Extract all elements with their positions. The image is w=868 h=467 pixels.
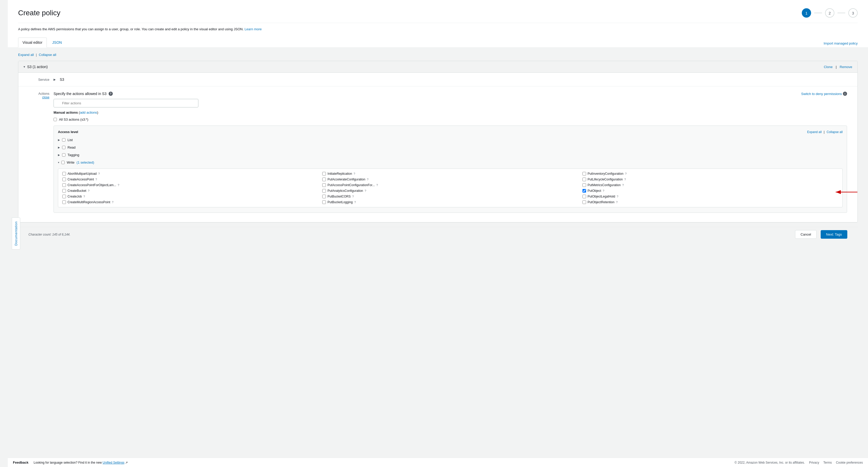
- checkbox-CreateAccessPointForObjectLam[interactable]: [62, 183, 66, 187]
- feedback-label[interactable]: Feedback: [13, 461, 28, 464]
- access-collapse-all[interactable]: Collapse all: [827, 130, 843, 134]
- manual-actions-row: Manual actions (add actions): [54, 111, 847, 114]
- help-CreateAccessPointForObjectLam-icon[interactable]: ?: [118, 183, 119, 187]
- help-PutMetricsConfiguration-icon[interactable]: ?: [622, 183, 624, 187]
- checkbox-PutAccessPointConfigurationFor[interactable]: [322, 183, 326, 187]
- checkbox-PutObjectLegalHold[interactable]: [583, 195, 586, 198]
- bottom-bar-right: © 2022, Amazon Web Services, Inc. or its…: [735, 461, 863, 464]
- chevron-down-icon[interactable]: ▾: [24, 65, 25, 68]
- action-PutBucketLogging: PutBucketLogging ?: [322, 200, 578, 204]
- help-AbortMultipartUpload-icon[interactable]: ?: [98, 172, 100, 175]
- remove-link[interactable]: Remove: [840, 65, 852, 69]
- help-PutAnalyticsConfiguration-icon[interactable]: ?: [365, 189, 366, 192]
- switch-deny-info-icon[interactable]: i: [843, 92, 847, 96]
- learn-more-link[interactable]: Learn more: [244, 27, 261, 31]
- service-row: Service ▶ S3: [18, 73, 858, 86]
- next-tags-button[interactable]: Next: Tags: [821, 230, 847, 239]
- write-checkbox[interactable]: [61, 161, 65, 164]
- access-item-tagging: ▶ Tagging: [58, 152, 843, 158]
- access-expand-all[interactable]: Expand all: [807, 130, 822, 134]
- service-expand-icon[interactable]: ▶: [54, 78, 56, 81]
- checkbox-PutBucketLogging[interactable]: [322, 200, 326, 204]
- checkbox-CreateMultiRegionAccessPoint[interactable]: [62, 200, 66, 204]
- write-chevron-icon[interactable]: ▾: [58, 161, 59, 164]
- checkbox-AbortMultipartUpload[interactable]: [62, 172, 66, 176]
- policy-block-actions: Clone | Remove: [824, 65, 852, 69]
- access-level-items: ▶ List ▶ Read: [58, 137, 843, 208]
- tab-json[interactable]: JSON: [48, 37, 66, 47]
- checkbox-CreateJob[interactable]: [62, 195, 66, 198]
- list-checkbox[interactable]: [62, 138, 65, 142]
- documentation-tab[interactable]: Documentation: [12, 217, 20, 250]
- checkbox-PutObject[interactable]: [583, 189, 586, 193]
- access-level-expand-row: Expand all | Collapse all: [807, 130, 843, 134]
- switch-deny-permissions[interactable]: Switch to deny permissions i: [801, 92, 847, 96]
- collapse-all-link[interactable]: Collapse all: [39, 53, 56, 57]
- cancel-button[interactable]: Cancel: [795, 230, 816, 239]
- checkbox-CreateAccessPoint[interactable]: [62, 178, 66, 181]
- import-managed-policy-link[interactable]: Import managed policy: [824, 41, 858, 45]
- content-area: Expand all | Collapse all ▾ S3 (1 action…: [8, 48, 868, 458]
- help-CreateJob-icon[interactable]: ?: [83, 195, 85, 198]
- terms-link[interactable]: Terms: [823, 461, 832, 464]
- help-PutObject-icon[interactable]: ?: [602, 189, 604, 192]
- checkbox-PutAnalyticsConfiguration[interactable]: [322, 189, 326, 193]
- checkbox-InitiateReplication[interactable]: [322, 172, 326, 176]
- read-checkbox[interactable]: [62, 146, 65, 149]
- page-title: Create policy: [18, 9, 60, 17]
- action-InitiateReplication: InitiateReplication ?: [322, 172, 578, 176]
- action-PutLifecycleConfiguration: PutLifecycleConfiguration ?: [583, 178, 838, 181]
- checkbox-PutMetricsConfiguration[interactable]: [583, 183, 586, 187]
- help-CreateMultiRegionAccessPoint-icon[interactable]: ?: [112, 201, 113, 204]
- help-InitiateReplication-icon[interactable]: ?: [353, 172, 355, 175]
- checkbox-PutLifecycleConfiguration[interactable]: [583, 178, 586, 181]
- privacy-link[interactable]: Privacy: [809, 461, 819, 464]
- bottom-bar-left: Feedback Looking for language selection?…: [13, 461, 128, 464]
- action-PutObjectRetention: PutObjectRetention ?: [583, 200, 838, 204]
- expand-all-link[interactable]: Expand all: [18, 53, 34, 57]
- filter-input-wrapper: 🔍: [54, 99, 198, 108]
- write-selected-count: (1 selected): [76, 160, 94, 165]
- copyright-text: © 2022, Amazon Web Services, Inc. or its…: [735, 461, 805, 464]
- help-PutInventoryConfiguration-icon[interactable]: ?: [625, 172, 626, 175]
- checkbox-PutBucketCORS[interactable]: [322, 195, 326, 198]
- footer-actions: Cancel Next: Tags: [795, 230, 847, 239]
- list-chevron-icon[interactable]: ▶: [58, 139, 60, 141]
- cookie-preferences-link[interactable]: Cookie preferences: [836, 461, 863, 464]
- checkbox-PutObjectRetention[interactable]: [583, 200, 586, 204]
- all-s3-checkbox[interactable]: [54, 118, 57, 121]
- help-PutObjectRetention-icon[interactable]: ?: [616, 201, 618, 204]
- help-CreateBucket-icon[interactable]: ?: [88, 189, 90, 192]
- list-label: List: [67, 138, 73, 142]
- unified-settings-link[interactable]: Unified Settings: [103, 461, 124, 464]
- tab-visual-editor[interactable]: Visual editor: [18, 37, 47, 48]
- read-chevron-icon[interactable]: ▶: [58, 146, 60, 149]
- action-PutMetricsConfiguration: PutMetricsConfiguration ?: [583, 183, 838, 187]
- policy-block-s3: ▾ S3 (1 action) Clone | Remove Service ▶…: [18, 61, 858, 223]
- checkbox-PutAccelerateConfiguration[interactable]: [322, 178, 326, 181]
- access-level-header: Access level Expand all | Collapse all: [58, 130, 843, 134]
- actions-close-link[interactable]: close: [29, 95, 50, 99]
- checkbox-CreateBucket[interactable]: [62, 189, 66, 193]
- access-level-title: Access level: [58, 130, 78, 134]
- help-PutLifecycleConfiguration-icon[interactable]: ?: [624, 178, 626, 181]
- action-CreateAccessPointForObjectLam: CreateAccessPointForObjectLam... ?: [62, 183, 318, 187]
- tagging-checkbox[interactable]: [62, 153, 65, 156]
- clone-link[interactable]: Clone: [824, 65, 833, 69]
- actions-help-icon[interactable]: ?: [108, 92, 113, 96]
- help-PutAccessPointConfigurationFor-icon[interactable]: ?: [376, 183, 378, 187]
- service-value: S3: [60, 78, 64, 82]
- step-2: 2: [825, 8, 834, 18]
- step-line-2: [837, 13, 845, 13]
- help-CreateAccessPoint-icon[interactable]: ?: [95, 178, 97, 181]
- add-actions-link[interactable]: add actions: [80, 111, 97, 114]
- help-PutObjectLegalHold-icon[interactable]: ?: [617, 195, 618, 198]
- help-PutBucketCORS-icon[interactable]: ?: [352, 195, 354, 198]
- filter-actions-input[interactable]: [54, 99, 198, 108]
- checkbox-PutInventoryConfiguration[interactable]: [583, 172, 586, 176]
- tagging-chevron-icon[interactable]: ▶: [58, 153, 60, 156]
- help-PutBucketLogging-icon[interactable]: ?: [354, 201, 356, 204]
- filter-input-row: 🔍: [54, 99, 847, 108]
- help-PutAccelerateConfiguration-icon[interactable]: ?: [367, 178, 368, 181]
- steps-indicator: 1 2 3: [802, 8, 858, 18]
